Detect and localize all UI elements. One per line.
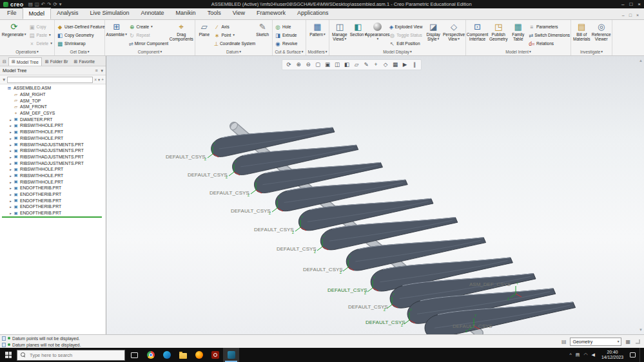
action-center-icon[interactable] — [630, 352, 636, 357]
taskbar-clock[interactable]: 20:40 14/12/2023 — [601, 350, 623, 361]
section-button[interactable]: ◧ Section — [349, 21, 367, 48]
tree-item[interactable]: RIBSWITHHOLE.PRT — [0, 122, 106, 129]
model-canvas[interactable]: YZYZYZYZYZYZYZYZYZYZYZYZ — [106, 56, 644, 334]
zoom-out-icon[interactable]: ⊖ — [304, 61, 313, 69]
repeat-button[interactable]: ↻Repeat — [128, 31, 169, 39]
model-display-group-label[interactable]: Model Display — [329, 48, 465, 55]
close-button[interactable]: × — [638, 0, 641, 8]
reference-viewer-button[interactable]: ◎ Reference Viewer — [592, 21, 612, 48]
tab-applications[interactable]: Applications — [291, 8, 335, 19]
datum-display-filters-icon[interactable]: ▱ — [352, 61, 361, 69]
zoom-in-icon[interactable]: ⊕ — [294, 61, 303, 69]
tab-analysis[interactable]: Analysis — [51, 8, 84, 19]
expand-icon[interactable] — [8, 117, 13, 122]
document-minimize-button[interactable]: – — [622, 13, 625, 17]
expand-icon[interactable] — [8, 111, 13, 115]
tree-item[interactable]: RIBSWITHHOLE.PRT — [0, 178, 106, 185]
csys-label[interactable]: ASM_DEF_CSYS — [469, 281, 511, 287]
expand-icon[interactable] — [8, 186, 13, 190]
expand-icon[interactable] — [8, 161, 13, 166]
minimize-button[interactable]: – — [621, 0, 624, 8]
create-button[interactable]: ⊕Create — [128, 23, 169, 31]
tree-item[interactable]: RIBSWITHHOLE.PRT — [0, 129, 106, 135]
refit-icon[interactable]: ▢ — [313, 61, 322, 69]
tree-options-icon[interactable]: ▾ — [101, 68, 103, 73]
csys-label[interactable]: DEFAULT_CSYS — [188, 172, 228, 178]
tab-manikin[interactable]: Manikin — [170, 8, 202, 19]
scroll-down-icon[interactable]: ▼ — [639, 328, 643, 332]
switch-dimensions-button[interactable]: ⇄Switch Dimensions — [527, 31, 570, 39]
tree-item[interactable]: RIBSWITHHOLE.PRT — [0, 135, 106, 142]
file-explorer-app[interactable] — [175, 348, 191, 362]
exploded-view-button[interactable]: ◈Exploded View — [387, 23, 424, 31]
axis-button[interactable]: ∕Axis — [213, 23, 254, 31]
expand-icon[interactable] — [8, 173, 13, 178]
add-filter-icon[interactable]: + — [101, 77, 104, 82]
insert-here-indicator[interactable] — [2, 216, 102, 218]
operations-group-label[interactable]: Operations — [0, 48, 54, 55]
publish-geometry-button[interactable]: ◳ Publish Geometry — [488, 21, 509, 48]
tree-item[interactable]: ASM_FRONT — [0, 104, 106, 110]
message-log-icon[interactable] — [2, 336, 6, 341]
tab-file[interactable]: File — [1, 8, 23, 19]
investigate-group-label[interactable]: Investigate — [571, 48, 612, 55]
manage-views-button[interactable]: ◫ Manage Views — [330, 21, 349, 48]
repaint-icon[interactable]: ⟳ — [284, 61, 293, 69]
expand-icon[interactable] — [8, 155, 13, 159]
graphics-area[interactable]: YZYZYZYZYZYZYZYZYZYZYZYZ DEFAULT_CSYSDEF… — [106, 56, 644, 334]
expand-icon[interactable] — [8, 211, 13, 215]
tree-item[interactable]: ASSEMBLED.ASM — [0, 85, 106, 91]
model-intent-group-label[interactable]: Model Intent — [466, 48, 571, 55]
tree-item[interactable]: RIBSWITHADJUSTMENTS.PRT — [0, 154, 106, 160]
csys-label[interactable]: DEFAULT_CSYS — [327, 287, 367, 293]
cut-surface-group-label[interactable]: Cut & Surface — [273, 48, 306, 55]
creo-app[interactable] — [223, 348, 239, 362]
tree-item[interactable]: ASM_DEF_CSYS — [0, 110, 106, 117]
task-view-button[interactable] — [126, 348, 142, 362]
csys-label[interactable]: DEFAULT_CSYS — [254, 227, 294, 233]
component-interface-button[interactable]: ⊡ Component Interface — [467, 21, 488, 48]
tray-volume-icon[interactable]: ◀ — [592, 352, 595, 357]
appearances-button[interactable]: Appearances — [367, 21, 387, 48]
tree-item[interactable]: RIBSWITHADJUSTMENTS.PRT — [0, 160, 106, 166]
folder-browser-tab[interactable]: ⊞Folder Br — [43, 57, 71, 66]
search-options-icon[interactable]: ▾ — [98, 77, 100, 82]
tab-tools[interactable]: Tools — [202, 8, 227, 19]
extrude-button[interactable]: ◨Extrude — [273, 31, 298, 39]
saved-views-icon[interactable]: ▣ — [323, 61, 332, 69]
search-input[interactable] — [28, 352, 121, 359]
tab-live-simulation[interactable]: Live Simulation — [84, 8, 135, 19]
component-group-label[interactable]: Component — [105, 48, 195, 55]
csys-label[interactable]: DEFAULT_CSYS — [453, 323, 493, 329]
tree-item[interactable]: RIBSWITHHOLE.PRT — [0, 166, 106, 173]
firefox-app[interactable] — [191, 348, 207, 362]
perspective-view-button[interactable]: ◇ Perspective View — [443, 21, 465, 48]
regenerate-button[interactable]: ⟳ Regenerate — [1, 21, 27, 48]
point-button[interactable]: ∗Point — [213, 31, 254, 39]
tab-view[interactable]: View — [227, 8, 251, 19]
tree-settings-icon[interactable]: ≡ — [95, 68, 97, 73]
toggle-status-button[interactable]: ◍Toggle Status — [387, 31, 424, 39]
tree-item[interactable]: ENDOFTHERIB.PRT — [0, 204, 106, 210]
tab-model[interactable]: Model — [23, 8, 52, 19]
annotation-display-icon[interactable]: ✎ — [362, 61, 371, 69]
message-log-icon[interactable] — [2, 343, 6, 347]
document-restore-button[interactable]: □ — [629, 13, 632, 17]
tab-annotate[interactable]: Annotate — [135, 8, 170, 19]
expand-icon[interactable] — [8, 129, 13, 134]
tree-item[interactable]: ENDOFTHERIB.PRT — [0, 197, 106, 204]
display-style-button[interactable]: ◪ Display Style — [424, 21, 443, 48]
csys-label[interactable]: DEFAULT_CSYS — [166, 154, 206, 160]
tree-item[interactable]: ENDOFTHERIB.PRT — [0, 191, 106, 198]
bill-of-materials-button[interactable]: ▤ Bill of Materials — [572, 21, 592, 48]
tree-item[interactable]: RIBSWITHADJUSTMENTS.PRT — [0, 148, 106, 154]
csys-label[interactable]: DEFAULT_CSYS — [303, 267, 343, 272]
display-style-icon[interactable]: ◧ — [342, 61, 351, 69]
expand-icon[interactable] — [8, 167, 13, 171]
tree-search-input[interactable] — [7, 77, 93, 83]
assemble-button[interactable]: ⊞ Assemble — [106, 21, 128, 48]
tree-item[interactable]: ENDOFTHERIB.PRT — [0, 210, 106, 216]
datum-group-label[interactable]: Datum — [195, 48, 272, 55]
csys-label[interactable]: DEFAULT_CSYS — [366, 319, 405, 325]
tree-item[interactable]: DIAMETER.PRT — [0, 116, 106, 122]
